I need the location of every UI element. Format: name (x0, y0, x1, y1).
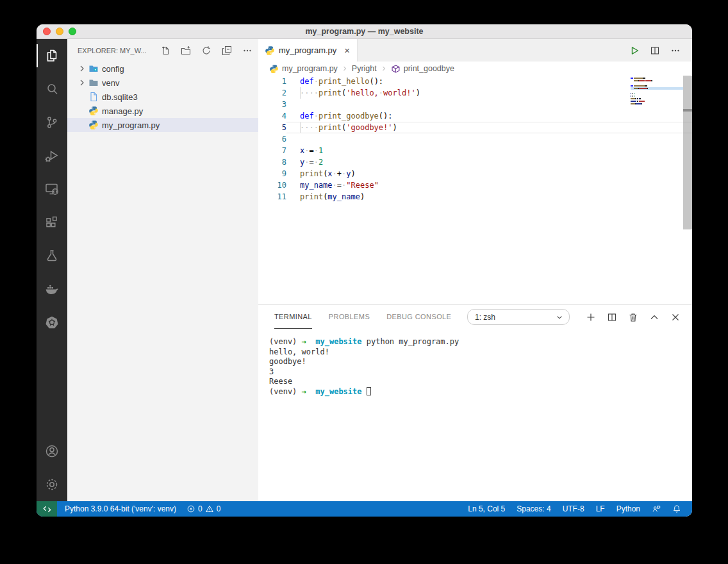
code-line-11[interactable]: 11print(my_name) (258, 191, 692, 203)
split-editor-button[interactable] (650, 46, 660, 56)
folder-config-icon (88, 63, 99, 74)
activity-bar-spacer (37, 339, 67, 435)
line-number: 1 (258, 76, 286, 87)
minimap[interactable] (631, 77, 683, 105)
python-file-icon (265, 46, 275, 56)
notifications-button[interactable] (666, 501, 687, 517)
code-line-5[interactable]: 5····print('goodbye!') (258, 122, 692, 133)
python-interpreter-button[interactable]: Python 3.9.0 64-bit ('venv': venv) (60, 501, 181, 517)
explorer-title: EXPLORER: MY_W... (78, 47, 160, 54)
status-bar-left: Python 3.9.0 64-bit ('venv': venv) 0 0 (37, 501, 226, 517)
file-row-venv[interactable]: venv (67, 76, 258, 90)
breadcrumb-symbol[interactable]: print_goodbye (404, 64, 454, 73)
line-number: 3 (258, 99, 286, 110)
shell-dropdown-value: 1: zsh (475, 313, 555, 322)
code-line-1[interactable]: 1def·print_hello(): (258, 76, 692, 87)
activity-bar-item-search[interactable] (37, 72, 67, 106)
code-line-2[interactable]: 2····print('hello,·world!') (258, 87, 692, 99)
scrollbar-thumb[interactable] (683, 76, 692, 229)
file-label: manage.py (102, 106, 143, 116)
activity-bar-item-explorer[interactable] (37, 39, 67, 72)
close-panel-button[interactable] (670, 312, 681, 322)
code-text: my_name·=·"Reese" (286, 179, 692, 191)
activity-bar-item-extensions[interactable] (37, 206, 67, 239)
panel-header: TERMINALPROBLEMSDEBUG CONSOLE 1: zsh (258, 305, 692, 329)
code-line-9[interactable]: 9print(x·+·y) (258, 168, 692, 179)
panel-actions (586, 312, 681, 322)
twisty-spacer (77, 106, 87, 116)
terminal-line: (venv) → my_website (269, 387, 692, 397)
run-python-file-button[interactable] (629, 46, 640, 56)
encoding-button[interactable]: UTF-8 (557, 501, 590, 517)
terminal-output[interactable]: (venv) → my_website python my_program.py… (258, 329, 692, 501)
zoom-window-button[interactable] (69, 28, 76, 35)
close-window-button[interactable] (43, 28, 51, 35)
file-label: venv (102, 78, 119, 88)
file-row-my_program.py[interactable]: my_program.py (67, 118, 258, 132)
code-line-3[interactable]: 3 (258, 99, 692, 110)
panel-tabs: TERMINALPROBLEMSDEBUG CONSOLE (274, 305, 451, 329)
scrollbar-notch (683, 109, 692, 112)
activity-bar-item-kubernetes[interactable] (37, 306, 67, 339)
terminal-line: 3 (269, 367, 692, 377)
refresh-icon[interactable] (201, 46, 211, 56)
new-folder-icon[interactable] (181, 46, 191, 56)
terminal-shell-dropdown[interactable]: 1: zsh (467, 309, 570, 325)
split-terminal-button[interactable] (607, 312, 617, 322)
workbench: EXPLORER: MY_W... configvenvdb.sqlite3ma… (37, 39, 692, 501)
more-icon[interactable] (242, 46, 252, 56)
activity-bar-item-run-debug[interactable] (37, 139, 67, 172)
python-icon (88, 106, 99, 116)
cursor-position-button[interactable]: Ln 5, Col 5 (462, 501, 511, 517)
chevron-right-icon[interactable] (77, 78, 87, 88)
activity-bar-item-settings[interactable] (37, 468, 67, 501)
kill-terminal-button[interactable] (628, 312, 638, 322)
activity-bar-item-account[interactable] (37, 435, 67, 468)
file-row-config[interactable]: config (67, 62, 258, 76)
collapse-all-icon[interactable] (222, 46, 232, 56)
panel-tab-debug-console[interactable]: DEBUG CONSOLE (386, 305, 451, 329)
breadcrumb-scope[interactable]: Pyright (352, 64, 377, 73)
symbol-function-icon (391, 64, 401, 74)
chevron-down-icon (555, 313, 564, 322)
tab-bar: my_program.py × (258, 39, 692, 62)
panel-tab-problems[interactable]: PROBLEMS (329, 305, 370, 329)
activity-bar-bottom (37, 435, 67, 501)
tab-close-icon[interactable]: × (342, 45, 352, 56)
indentation-button[interactable]: Spaces: 4 (511, 501, 556, 517)
code-editor[interactable]: 1def·print_hello():2····print('hello,·wo… (258, 76, 692, 304)
chevron-right-icon[interactable] (77, 63, 87, 74)
activity-bar-item-source-control[interactable] (37, 106, 67, 139)
code-line-6[interactable]: 6 (258, 133, 692, 145)
panel-tab-terminal[interactable]: TERMINAL (274, 305, 312, 329)
minimize-window-button[interactable] (56, 28, 63, 35)
breadcrumb-file[interactable]: my_program.py (282, 64, 338, 73)
terminal-cursor (367, 387, 371, 395)
code-line-8[interactable]: 8y·=·2 (258, 156, 692, 168)
eol-button[interactable]: LF (590, 501, 611, 517)
remote-indicator-button[interactable] (37, 501, 57, 517)
title-bar[interactable]: my_program.py — my_website (37, 24, 692, 39)
maximize-panel-button[interactable] (649, 312, 659, 322)
activity-bar-item-docker[interactable] (37, 272, 67, 306)
file-row-manage.py[interactable]: manage.py (67, 104, 258, 118)
code-text: ····print('goodbye!') (286, 122, 692, 133)
problems-button[interactable]: 0 0 (181, 501, 226, 517)
activity-bar-item-testing[interactable] (37, 239, 67, 272)
activity-bar-item-remote-explorer[interactable] (37, 172, 67, 206)
code-line-4[interactable]: 4def·print_goodbye(): (258, 110, 692, 122)
language-mode-button[interactable]: Python (611, 501, 646, 517)
editor-tab-my-program[interactable]: my_program.py × (258, 39, 358, 62)
line-number: 4 (258, 110, 286, 122)
remote-icon (42, 504, 52, 514)
file-row-db.sqlite3[interactable]: db.sqlite3 (67, 90, 258, 104)
code-line-10[interactable]: 10my_name·=·"Reese" (258, 179, 692, 191)
panel-toolbar: 1: zsh (467, 309, 681, 325)
more-actions-button[interactable] (670, 46, 681, 56)
feedback-button[interactable] (646, 501, 666, 517)
code-line-7[interactable]: 7x·=·1 (258, 145, 692, 156)
new-file-icon[interactable] (160, 46, 170, 56)
explorer-actions (160, 46, 252, 56)
status-bar: Python 3.9.0 64-bit ('venv': venv) 0 0 L… (37, 501, 692, 517)
new-terminal-button[interactable] (586, 312, 596, 322)
